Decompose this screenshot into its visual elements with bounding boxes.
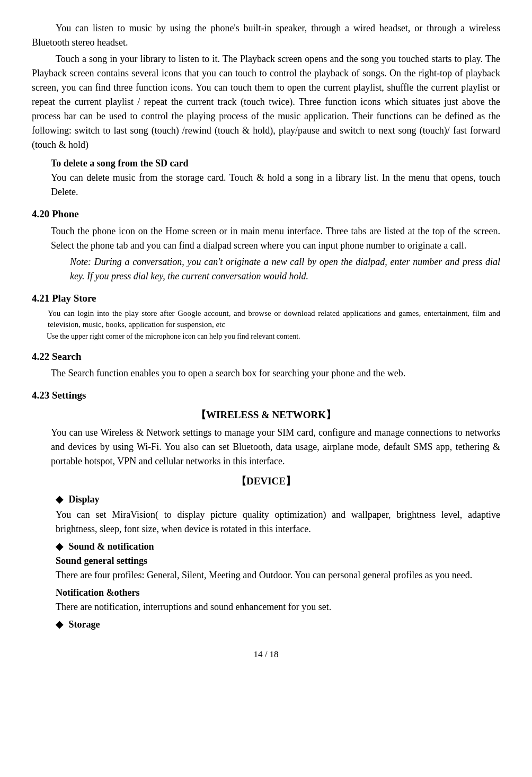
display-label: Display: [69, 494, 100, 505]
section-420-note: Note: During a conversation, you can't o…: [32, 255, 500, 284]
sound-general-body: There are four profiles: General, Silent…: [56, 568, 500, 582]
section-420-body: Touch the phone icon on the Home screen …: [32, 224, 500, 253]
section-420-heading: 4.20 Phone: [32, 207, 500, 222]
sound-general-section: Sound general settings There are four pr…: [32, 554, 500, 582]
notification-body: There are notification, interruptions an…: [56, 600, 500, 614]
diamond-icon-storage: ◆: [56, 617, 63, 632]
delete-body: You can delete music from the storage ca…: [32, 171, 500, 199]
delete-heading: To delete a song from the SD card: [32, 156, 500, 171]
storage-item: ◆ Storage: [32, 617, 500, 632]
section-421-body2: Use the upper right corner of the microp…: [32, 331, 500, 342]
section-421-body1: You can login into the play store after …: [32, 308, 500, 330]
device-heading: 【DEVICE】: [32, 474, 500, 489]
page-container: You can listen to music by using the pho…: [0, 0, 532, 777]
intro-para-1: You can listen to music by using the pho…: [32, 21, 500, 50]
sound-item: ◆ Sound & notification: [32, 540, 500, 554]
storage-label: Storage: [69, 619, 100, 630]
notification-section: Notification &others There are notificat…: [32, 586, 500, 614]
display-body: You can set MiraVision( to display pictu…: [32, 508, 500, 536]
intro-para-2: Touch a song in your library to listen t…: [32, 52, 500, 152]
sound-label: Sound & notification: [69, 541, 154, 552]
wireless-heading: 【WIRELESS & NETWORK】: [32, 408, 500, 423]
page-footer: 14 / 18: [32, 648, 500, 661]
section-423-heading: 4.23 Settings: [32, 388, 500, 403]
notification-heading: Notification &others: [56, 586, 500, 600]
section-422-body: The Search function enables you to open …: [32, 366, 500, 381]
diamond-icon-sound: ◆: [56, 540, 63, 554]
wireless-body: You can use Wireless & Network settings …: [32, 426, 500, 469]
section-421-heading: 4.21 Play Store: [32, 291, 500, 306]
section-422-heading: 4.22 Search: [32, 349, 500, 365]
sound-general-heading: Sound general settings: [56, 554, 500, 568]
diamond-icon-display: ◆: [56, 492, 63, 507]
display-item: ◆ Display: [32, 492, 500, 507]
